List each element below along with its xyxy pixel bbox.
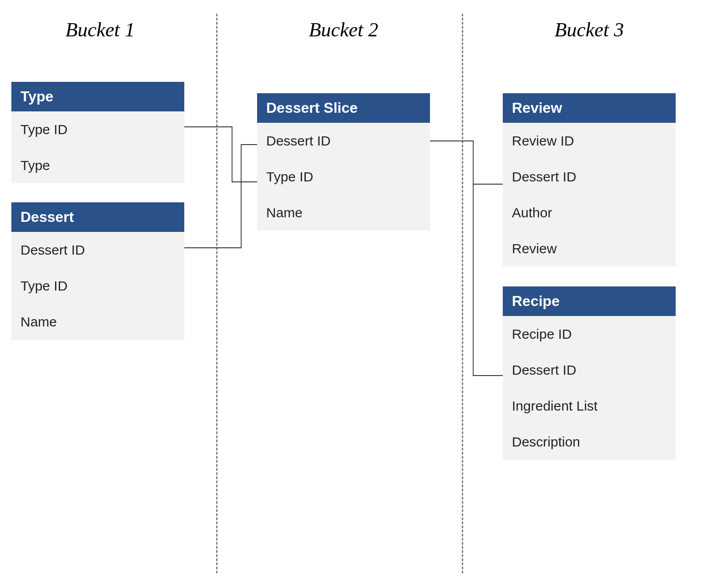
table-recipe-row-dessertid: Dessert ID (503, 352, 676, 388)
table-recipe: Recipe Recipe ID Dessert ID Ingredient L… (503, 286, 676, 460)
table-dessert-row-dessertid: Dessert ID (11, 232, 184, 268)
table-review-row-author: Author (503, 195, 676, 231)
bucket-2-label: Bucket 2 (275, 18, 412, 41)
bucket-1-label: Bucket 1 (32, 18, 168, 41)
connector-dessert-dessertid-to-slice-dessertid (184, 145, 257, 248)
connector-type-typeid-to-slice-typeid (184, 127, 257, 182)
table-dessert: Dessert Dessert ID Type ID Name (11, 202, 184, 340)
table-type-header: Type (11, 82, 184, 111)
connector-slice-dessertid-to-recipe-dessertid (473, 184, 503, 376)
table-recipe-header: Recipe (503, 286, 676, 316)
bucket-3-label: Bucket 3 (521, 18, 657, 41)
table-review-header: Review (503, 93, 676, 123)
divider-2 (462, 14, 463, 573)
diagram-canvas: Bucket 1 Bucket 2 Bucket 3 Type Type ID … (0, 0, 728, 587)
table-dessert-slice-header: Dessert Slice (257, 93, 430, 123)
table-dessert-slice-row-dessertid: Dessert ID (257, 123, 430, 159)
connector-slice-dessertid-to-review-dessertid (430, 141, 503, 184)
table-review: Review Review ID Dessert ID Author Revie… (503, 93, 676, 266)
table-dessert-slice-row-name: Name (257, 195, 430, 231)
table-dessert-slice: Dessert Slice Dessert ID Type ID Name (257, 93, 430, 231)
table-type: Type Type ID Type (11, 82, 184, 183)
table-review-row-reviewid: Review ID (503, 123, 676, 159)
table-type-row-typeid: Type ID (11, 111, 184, 147)
table-review-row-review: Review (503, 231, 676, 266)
table-type-row-type: Type (11, 147, 184, 183)
table-dessert-header: Dessert (11, 202, 184, 232)
table-recipe-row-description: Description (503, 424, 676, 460)
divider-1 (216, 14, 217, 573)
table-recipe-row-recipeid: Recipe ID (503, 316, 676, 352)
table-recipe-row-ingredientlist: Ingredient List (503, 388, 676, 424)
table-review-row-dessertid: Dessert ID (503, 159, 676, 195)
table-dessert-row-typeid: Type ID (11, 268, 184, 304)
table-dessert-row-name: Name (11, 304, 184, 340)
table-dessert-slice-row-typeid: Type ID (257, 159, 430, 195)
